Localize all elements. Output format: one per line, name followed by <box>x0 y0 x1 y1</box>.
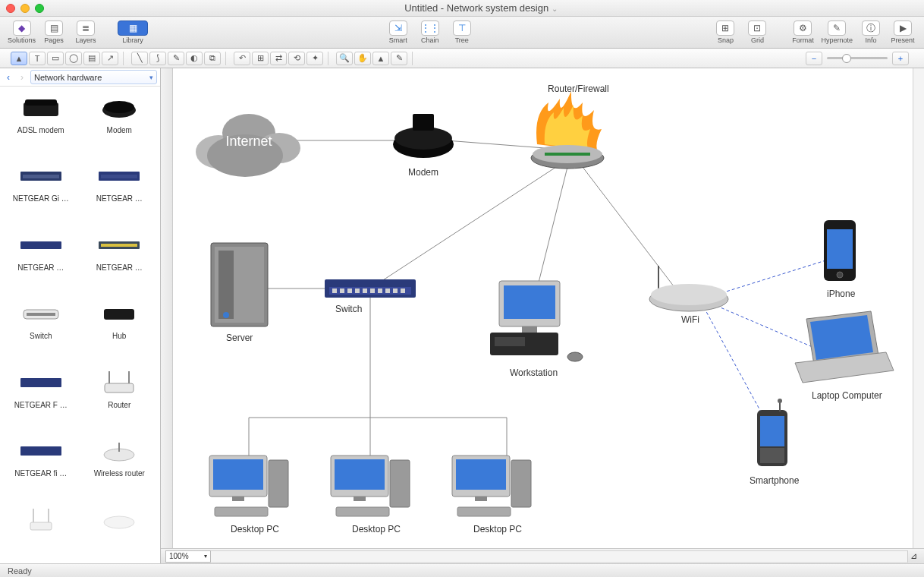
solutions-button[interactable]: ◆Solutions <box>8 20 36 44</box>
workstation-node[interactable] <box>490 281 583 361</box>
svg-rect-95 <box>475 497 487 501</box>
select-tool[interactable]: ▲ <box>11 52 27 65</box>
svg-rect-49 <box>545 153 590 156</box>
svg-rect-70 <box>495 337 525 346</box>
lib-item-netgear-4[interactable]: NETGEAR … <box>82 230 158 291</box>
internet-node[interactable]: Internet <box>196 114 300 177</box>
text-tool[interactable]: T <box>29 52 46 65</box>
stamp-tool[interactable]: ▲ <box>372 52 389 65</box>
lib-item-netgear-3[interactable]: NETGEAR … <box>3 230 79 291</box>
desktop2-label: Desktop PC <box>352 524 401 534</box>
ellipse-tool[interactable]: ◯ <box>65 52 82 65</box>
workstation-label: Workstation <box>510 367 558 378</box>
switch-node[interactable] <box>325 279 416 298</box>
svg-rect-61 <box>370 288 375 293</box>
svg-point-53 <box>223 312 229 318</box>
grid-button[interactable]: ⊡Grid <box>743 20 771 44</box>
lib-item-netgear-f[interactable]: NETGEAR F … <box>3 367 79 428</box>
present-button[interactable]: ▶Present <box>889 20 916 44</box>
horizontal-scrollbar[interactable] <box>211 550 907 562</box>
library-button[interactable]: ▦Library <box>118 20 148 44</box>
line-tool[interactable]: ╲ <box>131 52 148 65</box>
lib-item-netgear-gi[interactable]: NETGEAR Gi … <box>3 161 79 222</box>
svg-rect-23 <box>30 522 52 530</box>
switch-icon <box>98 238 140 252</box>
svg-rect-94 <box>456 459 506 490</box>
library-category-select[interactable]: Network hardware <box>30 70 157 84</box>
format-button[interactable]: ⚙Format <box>789 20 816 44</box>
canvas[interactable]: Internet <box>161 68 924 548</box>
modem-node[interactable] <box>393 114 454 158</box>
rotate-tool[interactable]: ⟲ <box>288 52 305 65</box>
svg-rect-56 <box>332 288 337 293</box>
desktop-3-node[interactable] <box>452 456 531 516</box>
svg-rect-79 <box>760 416 784 446</box>
minimize-window-button[interactable] <box>20 4 30 13</box>
flip-tool[interactable]: ⇄ <box>270 52 287 65</box>
fill-tool[interactable]: ◐ <box>186 52 203 65</box>
smartphone-node[interactable] <box>757 399 787 466</box>
lib-item-adsl-modem[interactable]: ADSL modem <box>3 93 79 153</box>
hand-tool[interactable]: ✋ <box>354 52 371 65</box>
network-diagram[interactable]: Internet <box>173 68 924 548</box>
zoom-level-select[interactable]: 100% <box>165 550 211 563</box>
arrow-tool[interactable]: ↗ <box>102 52 118 65</box>
svg-rect-8 <box>20 241 61 249</box>
lib-item-netgear-2[interactable]: NETGEAR … <box>82 161 158 222</box>
hypernote-button[interactable]: ✎Hypernote <box>821 20 853 44</box>
smart-button[interactable]: ⇲Smart <box>385 20 412 44</box>
magic-tool[interactable]: ✦ <box>306 52 323 65</box>
pen-tool[interactable]: ✎ <box>168 52 184 65</box>
lib-item-router[interactable]: Router <box>82 367 158 428</box>
switch-icon <box>20 375 62 390</box>
lib-item-extra-2[interactable] <box>82 505 158 557</box>
close-window-button[interactable] <box>6 4 15 13</box>
laptop-node[interactable] <box>795 311 894 383</box>
zoom-slider[interactable] <box>827 57 888 59</box>
undo-button[interactable]: ↶ <box>234 52 250 65</box>
rect-tool[interactable]: ▭ <box>47 52 64 65</box>
desktop-2-node[interactable] <box>331 456 410 516</box>
resize-handle-icon[interactable]: ⊿ <box>907 550 919 563</box>
zoom-in-button[interactable]: + <box>892 52 909 65</box>
svg-rect-7 <box>101 175 137 178</box>
info-button[interactable]: ⓘInfo <box>857 20 885 44</box>
status-bar: Ready <box>0 563 924 577</box>
zoom-tool[interactable]: 🔍 <box>336 52 353 65</box>
svg-rect-89 <box>335 459 385 490</box>
chain-button[interactable]: ⋮⋮Chain <box>416 20 444 44</box>
firewall-node[interactable] <box>531 91 604 169</box>
svg-rect-12 <box>27 313 55 316</box>
svg-point-74 <box>651 284 727 305</box>
tree-button[interactable]: ⊤Tree <box>448 20 476 44</box>
lib-item-modem[interactable]: Modem <box>82 93 158 153</box>
layers-button[interactable]: ≣Layers <box>72 20 99 44</box>
note-tool[interactable]: ▤ <box>83 52 100 65</box>
lib-item-netgear-fi[interactable]: NETGEAR fi … <box>3 436 79 497</box>
desktop-1-node[interactable] <box>209 456 288 516</box>
pages-button[interactable]: ▤Pages <box>40 20 68 44</box>
zoom-window-button[interactable] <box>35 4 44 13</box>
svg-rect-68 <box>522 326 537 333</box>
crop-tool[interactable]: ⧉ <box>204 52 221 65</box>
server-node[interactable] <box>211 243 268 326</box>
snap-button[interactable]: ⊞Snap <box>712 20 739 44</box>
curve-tool[interactable]: ⟆ <box>149 52 166 65</box>
desktop1-label: Desktop PC <box>231 524 279 534</box>
svg-rect-10 <box>101 244 137 247</box>
svg-rect-97 <box>457 507 511 516</box>
wifi-node[interactable] <box>649 266 728 311</box>
lib-item-wireless-router[interactable]: Wireless router <box>82 436 158 497</box>
lib-item-extra-1[interactable] <box>3 505 79 557</box>
zoom-out-button[interactable]: − <box>806 52 822 65</box>
lib-item-hub[interactable]: Hub <box>82 298 158 359</box>
eyedropper-tool[interactable]: ✎ <box>391 52 407 65</box>
align-tool[interactable]: ⊞ <box>252 52 269 65</box>
wifi-label: WiFi <box>681 314 699 325</box>
switch-icon <box>22 305 60 322</box>
svg-line-29 <box>583 167 681 296</box>
lib-item-switch[interactable]: Switch <box>3 298 79 359</box>
library-back-button[interactable]: ‹ <box>3 71 14 84</box>
library-forward-button[interactable]: › <box>17 71 27 84</box>
iphone-node[interactable] <box>824 220 856 281</box>
